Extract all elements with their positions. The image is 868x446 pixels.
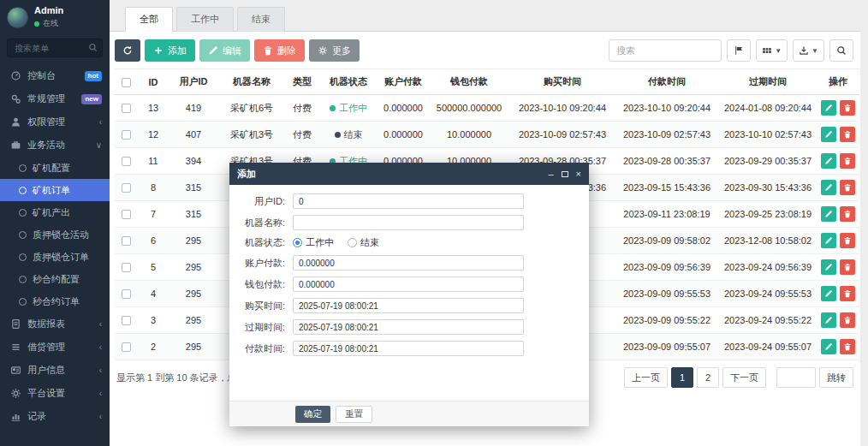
delete-button[interactable]: [840, 259, 855, 275]
edit-button[interactable]: [821, 153, 836, 169]
prev-page-button[interactable]: 上一页: [624, 367, 668, 388]
refresh-button[interactable]: [115, 39, 140, 62]
column-header: 操作: [817, 69, 859, 95]
modal-field-row: 付款时间:: [236, 341, 524, 356]
maximize-icon[interactable]: [562, 171, 568, 177]
edit-button[interactable]: [821, 100, 836, 116]
minimize-icon[interactable]: –: [548, 169, 553, 179]
edit-button[interactable]: [821, 339, 836, 354]
modal-field-input[interactable]: [293, 298, 524, 313]
page-button-1[interactable]: 1: [671, 367, 693, 388]
row-checkbox[interactable]: [122, 289, 131, 299]
sidebar-item[interactable]: 常规管理new: [0, 87, 110, 110]
columns-button[interactable]: ▼: [756, 39, 788, 62]
delete-button[interactable]: [840, 206, 855, 222]
modal-field-input[interactable]: [293, 215, 524, 230]
sidebar-subitem-label: 质押锁仓活动: [33, 229, 89, 241]
pencil-icon: [824, 263, 833, 271]
sidebar-item[interactable]: 数据报表‹: [0, 312, 110, 336]
sidebar-subitem[interactable]: 质押锁仓订单: [0, 246, 110, 268]
chevron-left-icon: ‹: [99, 389, 102, 398]
delete-button[interactable]: [840, 233, 855, 248]
user-profile[interactable]: Admin 在线: [0, 0, 110, 33]
row-select-cell: [115, 334, 137, 360]
modal-field-input[interactable]: [293, 193, 524, 209]
edit-button[interactable]: [821, 312, 836, 328]
pencil-icon: [824, 236, 833, 245]
删除-button[interactable]: 删除: [254, 39, 305, 62]
sidebar-item[interactable]: 业务活动∨: [0, 134, 110, 157]
modal-field-input[interactable]: [293, 341, 524, 356]
sidebar-item[interactable]: 记录‹: [0, 405, 110, 428]
edit-button[interactable]: [821, 233, 836, 248]
modal-field-input[interactable]: [293, 277, 524, 292]
tab-0[interactable]: 全部: [125, 7, 173, 32]
reset-button[interactable]: 重置: [336, 406, 372, 423]
row-select-cell: [115, 254, 137, 281]
modal-field-input[interactable]: [293, 255, 524, 271]
tab-1[interactable]: 工作中: [176, 7, 234, 32]
trash-icon: [843, 289, 852, 298]
button-label: 删除: [277, 45, 296, 57]
sidebar-item[interactable]: 借贷管理‹: [0, 336, 110, 359]
sidebar-subitem[interactable]: 秒合约配置: [0, 268, 110, 290]
delete-button[interactable]: [840, 312, 855, 328]
doc-icon: [10, 318, 21, 330]
edit-button[interactable]: [821, 286, 836, 301]
更多-button[interactable]: 更多: [309, 39, 360, 62]
sidebar-item[interactable]: 控制台hot: [0, 64, 110, 87]
magnifier-button[interactable]: [829, 39, 853, 62]
delete-button[interactable]: [840, 127, 855, 142]
row-checkbox[interactable]: [122, 236, 131, 246]
close-icon[interactable]: ×: [576, 169, 581, 179]
sidebar-subitem[interactable]: 矿机订单: [0, 179, 110, 201]
cell-pay_time: 2023-09-15 15:43:36: [615, 175, 719, 201]
jump-page-input[interactable]: [776, 367, 816, 388]
table-row: 12407采矿机3号付费结束0.00000010.0000002023-10-0…: [115, 122, 859, 148]
flag-button[interactable]: [727, 39, 751, 62]
sidebar-subitem[interactable]: 秒合约订单: [0, 290, 110, 312]
edit-button[interactable]: [821, 180, 836, 195]
column-header: 类型: [286, 69, 318, 95]
row-checkbox[interactable]: [122, 183, 131, 193]
edit-button[interactable]: [821, 259, 836, 275]
radio-option[interactable]: 工作中: [293, 236, 334, 249]
sidebar-subitem[interactable]: 质押锁仓活动: [0, 223, 110, 246]
select-all-checkbox[interactable]: [122, 78, 131, 87]
cell-id: 3: [137, 307, 169, 334]
cell-pay_time: 2023-09-09 09:56:39: [615, 254, 719, 281]
row-checkbox[interactable]: [122, 130, 131, 140]
delete-button[interactable]: [840, 286, 855, 301]
row-checkbox[interactable]: [122, 342, 131, 352]
delete-button[interactable]: [840, 153, 855, 169]
sidebar-item[interactable]: 平台设置‹: [0, 382, 110, 405]
sidebar-subitem[interactable]: 矿机配置: [0, 157, 110, 179]
编辑-button[interactable]: 编辑: [199, 39, 250, 62]
delete-button[interactable]: [840, 339, 855, 354]
page-button-2[interactable]: 2: [697, 367, 719, 388]
dialog-titlebar[interactable]: 添加 – ×: [229, 163, 589, 185]
row-checkbox[interactable]: [122, 263, 131, 272]
row-checkbox[interactable]: [122, 316, 131, 325]
radio-option[interactable]: 结束: [348, 236, 379, 249]
edit-button[interactable]: [821, 127, 836, 142]
sidebar-subitem[interactable]: 矿机产出: [0, 201, 110, 223]
sidebar-item-label: 常规管理: [27, 92, 75, 105]
row-checkbox[interactable]: [122, 210, 131, 219]
row-checkbox[interactable]: [122, 104, 131, 113]
添加-button[interactable]: 添加: [145, 39, 195, 62]
table-search-input[interactable]: [609, 39, 722, 62]
modal-field-input[interactable]: [293, 319, 524, 335]
cell-id: 11: [137, 148, 169, 175]
delete-button[interactable]: [840, 180, 855, 195]
sidebar-item[interactable]: 用户信息‹: [0, 359, 110, 382]
row-checkbox[interactable]: [122, 157, 131, 166]
confirm-button[interactable]: 确定: [295, 406, 330, 423]
export-button[interactable]: ▼: [793, 39, 824, 62]
edit-button[interactable]: [821, 206, 836, 222]
delete-button[interactable]: [840, 100, 855, 116]
jump-button[interactable]: 跳转: [819, 367, 853, 388]
tab-2[interactable]: 结束: [237, 7, 285, 32]
sidebar-item[interactable]: 权限管理‹: [0, 110, 110, 134]
next-page-button[interactable]: 下一页: [722, 367, 766, 388]
